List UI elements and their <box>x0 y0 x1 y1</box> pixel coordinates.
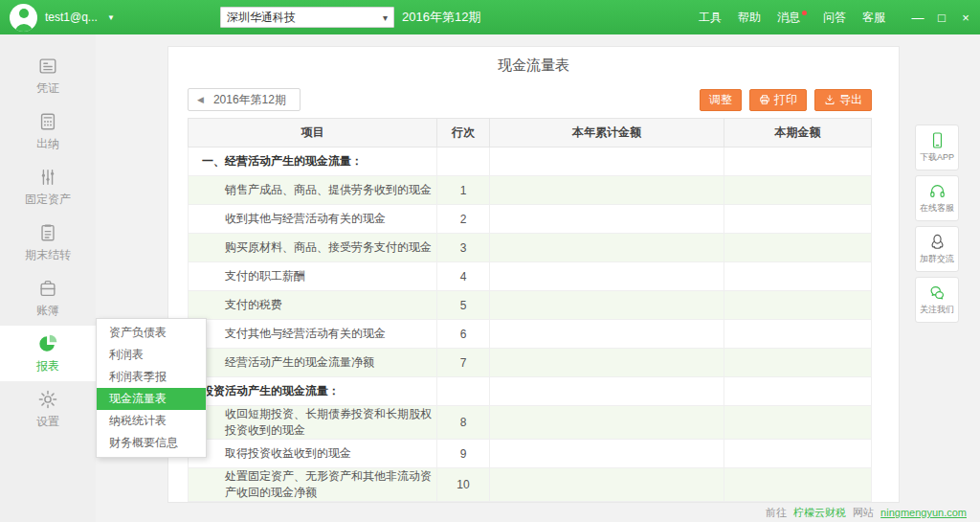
cell-ytd-amount <box>490 502 724 503</box>
period-selector[interactable]: ◀ 2016年第12期 <box>188 88 301 111</box>
cell-ytd-amount <box>490 176 724 205</box>
table-row[interactable]: 取得投资收益收到的现金9 <box>189 440 872 468</box>
table-row[interactable]: 经营活动产生的现金流量净额7 <box>189 349 872 377</box>
cell-ytd-amount <box>490 262 724 291</box>
pie-chart-icon <box>37 333 58 354</box>
cell-line-number: 5 <box>437 291 490 320</box>
toolbar-buttons: 调整打印导出 <box>700 89 872 111</box>
page-title: 现金流量表 <box>168 57 899 75</box>
table-row[interactable]: 处置固定资产、无形资产和其他非流动资产收回的现金净额10 <box>189 468 872 502</box>
user-label: test1@q... <box>45 11 98 24</box>
cell-period-amount <box>724 468 872 502</box>
table-row[interactable]: 收回短期投资、长期债券投资和长期股权投资收到的现金8 <box>189 406 872 440</box>
headset-icon <box>928 182 947 200</box>
cell-item: 处置固定资产、无形资产和其他非流动资产收回的现金净额 <box>189 468 437 502</box>
avatar[interactable] <box>10 4 37 32</box>
report-table-wrap: 项目行次本年累计金额本期金额 一、经营活动产生的现金流量：销售产成品、商品、提供… <box>188 118 872 502</box>
menu-item-help[interactable]: 帮助 <box>738 10 761 26</box>
cell-ytd-amount <box>490 377 724 406</box>
submenu-item-balance-sheet[interactable]: 资产负债表 <box>97 322 206 344</box>
ledger-icon <box>37 278 58 299</box>
table-row[interactable]: 投资活动产生的现金流量： <box>189 377 872 406</box>
topbar-period-label: 2016年第12期 <box>402 0 480 34</box>
quickbar-online-service[interactable]: 在线客服 <box>915 175 959 221</box>
cell-line-number <box>437 148 490 176</box>
chevron-down-icon: ▾ <box>383 12 388 23</box>
qq-icon <box>928 233 947 251</box>
quickbar-group-chat[interactable]: 加群交流 <box>915 226 959 272</box>
footer-brand: 柠檬云财税 <box>793 507 846 518</box>
table-row[interactable]: 支付的职工薪酬4 <box>189 262 872 291</box>
sidebar-item-cashier[interactable]: 出纳 <box>0 103 96 159</box>
quickbar-label: 加群交流 <box>920 253 954 265</box>
cell-item: 一、经营活动产生的现金流量： <box>189 148 437 176</box>
menu-item-service[interactable]: 客服 <box>862 10 885 26</box>
sidebar-item-reports[interactable]: 报表 <box>0 326 96 381</box>
table-row[interactable]: 支付的税费5 <box>189 291 872 320</box>
sidebar-item-settings[interactable]: 设置 <box>0 381 96 437</box>
report-table-header-row: 项目行次本年累计金额本期金额 <box>189 119 872 148</box>
menu-item-qa[interactable]: 问答 <box>823 10 846 26</box>
company-select[interactable]: 深圳华通科技 ▾ <box>220 7 394 28</box>
table-row[interactable]: 销售产成品、商品、提供劳务收到的现金1 <box>189 176 872 205</box>
user-dropdown-icon[interactable]: ▼ <box>107 13 115 22</box>
sidebar-item-voucher[interactable]: 凭证 <box>0 48 96 103</box>
export-button[interactable]: 导出 <box>814 89 872 111</box>
submenu-item-income-statement[interactable]: 利润表 <box>97 344 206 366</box>
gear-icon <box>37 389 58 410</box>
cell-item: 收回短期投资、长期债券投资和长期股权投资收到的现金 <box>189 406 437 440</box>
cell-ytd-amount <box>490 349 724 377</box>
adjust-button[interactable]: 调整 <box>700 89 742 111</box>
sidebar-item-fixed-assets[interactable]: 固定资产 <box>0 159 96 215</box>
table-row[interactable]: 购买原材料、商品、接受劳务支付的现金3 <box>189 234 872 262</box>
quickbar-follow-us[interactable]: 关注我们 <box>915 277 959 323</box>
cell-line-number: 4 <box>437 262 490 291</box>
cell-period-amount <box>724 406 872 440</box>
cell-period-amount <box>724 205 872 234</box>
cell-line-number: 6 <box>437 320 490 349</box>
previous-period-button[interactable]: ◀ <box>197 95 204 104</box>
cell-item: 购买原材料、商品、接受劳务支付的现金 <box>189 234 437 262</box>
sidebar-item-label: 凭证 <box>36 80 59 97</box>
submenu-item-income-statement-quarterly[interactable]: 利润表季报 <box>97 366 206 388</box>
cell-period-amount <box>724 440 872 468</box>
quickbar-download-app[interactable]: 下载APP <box>915 125 959 170</box>
table-row[interactable]: 支付其他与经营活动有关的现金6 <box>189 320 872 349</box>
window-minimize-button[interactable]: — <box>911 11 924 25</box>
sidebar-item-label: 设置 <box>36 414 59 430</box>
wechat-icon <box>928 284 947 302</box>
print-button-label: 打印 <box>774 92 797 108</box>
cell-period-amount <box>724 291 872 320</box>
sidebar-item-period-closing[interactable]: 期末结转 <box>0 215 96 270</box>
cell-item: 取得投资收益收到的现金 <box>189 440 437 468</box>
cell-item: 投资活动产生的现金流量： <box>189 377 437 406</box>
column-header: 项目 <box>189 119 437 148</box>
cell-line-number: 7 <box>437 349 490 377</box>
report-submenu: 资产负债表利润表利润表季报现金流量表纳税统计表财务概要信息 <box>96 318 207 458</box>
cell-period-amount <box>724 262 872 291</box>
print-button[interactable]: 打印 <box>749 89 807 111</box>
sidebar-item-ledger[interactable]: 账簿 <box>0 270 96 326</box>
submenu-item-tax-statistics[interactable]: 纳税统计表 <box>97 410 206 432</box>
menu-item-tools[interactable]: 工具 <box>699 10 722 26</box>
submenu-item-cash-flow-statement[interactable]: 现金流量表 <box>97 388 206 410</box>
sidebar-item-label: 期末结转 <box>25 247 71 263</box>
table-row[interactable]: 短期投资、长期债券投资和长期股权投资支付的现金11 <box>189 502 872 503</box>
window-close-button[interactable]: × <box>959 11 972 25</box>
cashier-icon <box>37 111 58 132</box>
phone-icon <box>928 131 947 149</box>
menu-item-messages[interactable]: 消息 <box>777 10 807 26</box>
main-area: 现金流量表 ◀ 2016年第12期 调整打印导出 项目行次本年累计金额本期金额 … <box>96 34 980 503</box>
company-select-value: 深圳华通科技 <box>227 10 296 26</box>
table-row[interactable]: 收到其他与经营活动有关的现金2 <box>189 205 872 234</box>
cell-ytd-amount <box>490 234 724 262</box>
sidebar-item-label: 账簿 <box>36 303 59 319</box>
sidebar-item-label: 固定资产 <box>25 192 71 208</box>
window-controls: —□× <box>911 0 972 34</box>
user-area[interactable]: test1@q... ▼ <box>10 0 115 34</box>
footer-link[interactable]: ningmengyun.com <box>880 507 967 518</box>
window-maximize-button[interactable]: □ <box>935 11 948 25</box>
avatar-person-icon-body <box>14 24 33 32</box>
table-row[interactable]: 一、经营活动产生的现金流量： <box>189 148 872 176</box>
submenu-item-financial-summary[interactable]: 财务概要信息 <box>97 432 206 454</box>
